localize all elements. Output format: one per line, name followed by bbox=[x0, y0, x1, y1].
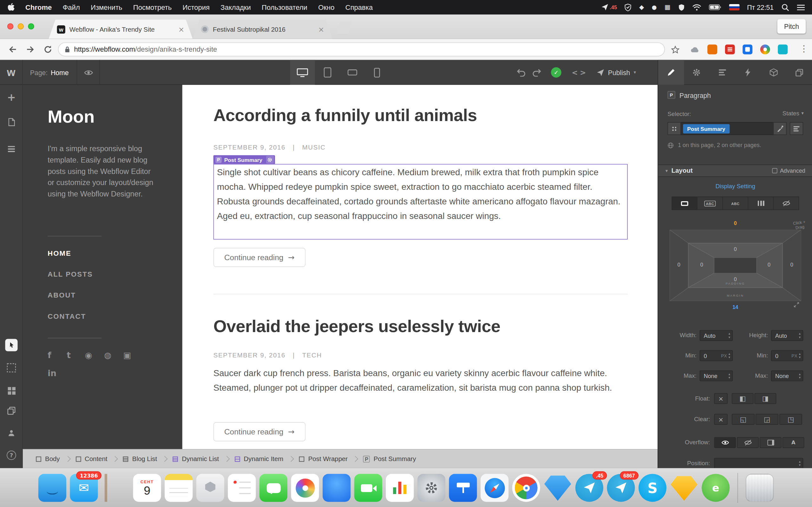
selector-style-icon[interactable] bbox=[667, 122, 681, 135]
dock-icon-mail[interactable]: 12386✉ bbox=[70, 474, 98, 502]
extension-pinwheel-icon[interactable] bbox=[760, 44, 770, 54]
padding-left-value[interactable]: 0 bbox=[694, 262, 709, 268]
spotlight-search-icon[interactable] bbox=[781, 3, 789, 11]
grid-overlay-icon[interactable] bbox=[0, 383, 23, 398]
linkedin-icon[interactable]: in bbox=[48, 368, 56, 378]
instagram-icon[interactable]: ▣ bbox=[123, 350, 131, 360]
shield-check-icon[interactable] bbox=[625, 3, 631, 11]
breadcrumb-dynamic-list[interactable]: Dynamic List bbox=[166, 450, 226, 468]
wifi-icon[interactable] bbox=[692, 4, 701, 10]
dock-icon-sketch-blue[interactable] bbox=[544, 474, 571, 502]
symbols-tab-cube-icon[interactable] bbox=[761, 60, 786, 84]
breadcrumb-content[interactable]: Content bbox=[68, 450, 114, 468]
twitter-icon[interactable]: t bbox=[67, 350, 71, 360]
select-tool-icon[interactable] bbox=[0, 338, 23, 352]
dock-icon-contacts[interactable] bbox=[101, 474, 130, 502]
post-category[interactable]: TECH bbox=[302, 352, 322, 359]
post-category[interactable]: MUSIC bbox=[302, 144, 326, 151]
display-inline-button[interactable]: ABC bbox=[723, 196, 748, 210]
dock-icon-safari[interactable] bbox=[480, 474, 508, 502]
breadcrumb-post-summary[interactable]: PPost Summary bbox=[357, 450, 423, 468]
address-bar[interactable]: https://webflow.com/design/anika-s-trend… bbox=[58, 43, 665, 56]
menubar-menu-window[interactable]: Окно bbox=[318, 3, 334, 11]
extension-orange-icon[interactable] bbox=[707, 44, 717, 54]
apple-menu-icon[interactable] bbox=[8, 3, 14, 11]
frames-icon[interactable] bbox=[0, 403, 23, 418]
facebook-icon[interactable]: f bbox=[48, 350, 51, 360]
padding-top-value[interactable]: 0 bbox=[670, 246, 801, 252]
class-token[interactable]: Post Summary bbox=[683, 124, 729, 133]
margin-right-value[interactable]: 0 bbox=[784, 262, 799, 268]
dock-icon-skype[interactable]: S bbox=[639, 474, 666, 502]
clear-right-button[interactable]: ◳ bbox=[779, 414, 802, 425]
dock-icon-system-preferences[interactable] bbox=[417, 474, 445, 502]
breadcrumb-body[interactable]: Body bbox=[29, 450, 66, 468]
collaborators-icon[interactable] bbox=[0, 426, 23, 441]
layout-section-header[interactable]: ▾ Layout Advanced bbox=[658, 164, 812, 177]
states-dropdown[interactable]: States▾ bbox=[782, 110, 804, 117]
telegram-status-icon[interactable]: .45 bbox=[601, 3, 617, 11]
clear-left-button[interactable]: ◱ bbox=[732, 414, 755, 425]
github-icon[interactable]: ◍ bbox=[104, 350, 111, 360]
overflow-visible-button[interactable] bbox=[714, 437, 736, 448]
extension-blue-icon[interactable] bbox=[743, 44, 752, 54]
display-none-button[interactable] bbox=[774, 196, 799, 210]
menubar-app-name[interactable]: Chrome bbox=[26, 3, 52, 11]
undo-icon[interactable] bbox=[517, 60, 525, 84]
components-tab-clone-icon[interactable] bbox=[786, 60, 812, 84]
min-width-input[interactable]: 0 PX ▴▾ bbox=[700, 350, 733, 361]
settings-panel-tab-gear-icon[interactable] bbox=[684, 60, 710, 84]
redo-icon[interactable] bbox=[532, 60, 541, 84]
dock-icon-notes[interactable] bbox=[165, 474, 193, 502]
float-right-button[interactable]: ◨ bbox=[755, 393, 776, 404]
height-input[interactable]: Auto ▴▾ bbox=[771, 330, 803, 341]
sidebar-nav-about[interactable]: ABOUT bbox=[48, 291, 76, 299]
bookmark-star-icon[interactable] bbox=[671, 46, 679, 54]
post-paragraph[interactable]: Saucer dark cup french press. Barista be… bbox=[213, 366, 623, 395]
display-flex-button[interactable] bbox=[748, 196, 774, 210]
window-minimize-button[interactable] bbox=[18, 23, 24, 30]
dock-icon-finder[interactable] bbox=[38, 474, 66, 502]
float-none-button[interactable]: × bbox=[714, 393, 727, 404]
breadcrumb-post-wrapper[interactable]: Post Wrapper bbox=[292, 450, 354, 468]
window-close-button[interactable] bbox=[7, 23, 14, 30]
stepper-icon[interactable]: ▴▾ bbox=[728, 373, 730, 379]
dock-icon-photos[interactable] bbox=[291, 474, 319, 502]
style-manager-mini-icon[interactable] bbox=[790, 122, 803, 135]
marquee-tool-icon[interactable] bbox=[0, 360, 23, 375]
display-grid-icon[interactable]: ▦ bbox=[664, 3, 670, 11]
battery-charging-icon[interactable] bbox=[709, 4, 721, 10]
post-title[interactable]: Overlaid the jeepers uselessly twice bbox=[213, 317, 501, 336]
eyedropper-icon[interactable] bbox=[773, 122, 786, 135]
max-height-input[interactable]: None ▴▾ bbox=[771, 371, 803, 381]
display-setting-label[interactable]: Display Setting bbox=[658, 183, 812, 189]
dock-icon-keynote[interactable] bbox=[449, 474, 477, 502]
dock-icon-telegram-alt[interactable]: 6867 bbox=[607, 474, 635, 502]
margin-left-value[interactable]: 0 bbox=[672, 262, 687, 268]
display-inline-block-button[interactable]: ABC bbox=[698, 196, 723, 210]
preview-toggle-icon[interactable] bbox=[78, 60, 100, 84]
stepper-icon[interactable]: ▴▾ bbox=[799, 460, 801, 466]
dock-icon-telegram[interactable]: .45 bbox=[575, 474, 603, 502]
dribbble-icon[interactable]: ◉ bbox=[85, 350, 92, 360]
interactions-tab-bolt-icon[interactable] bbox=[735, 60, 761, 84]
breakpoint-mobile-landscape-button[interactable] bbox=[340, 60, 364, 84]
selector-input[interactable]: Post Summary bbox=[681, 122, 773, 135]
webflow-logo[interactable]: w bbox=[0, 60, 23, 84]
forward-button[interactable] bbox=[26, 45, 35, 54]
spacing-expand-icon[interactable] bbox=[794, 302, 799, 307]
design-canvas[interactable]: According a funnily until animals SEPTEM… bbox=[183, 85, 658, 449]
extension-cloud-icon[interactable] bbox=[690, 44, 700, 54]
dock-icon-3d-viewer[interactable] bbox=[196, 474, 224, 502]
menubar-menu-people[interactable]: Пользователи bbox=[262, 3, 307, 11]
page-selector[interactable]: Page: Home bbox=[30, 60, 69, 84]
tab-close-icon[interactable]: × bbox=[314, 26, 324, 33]
export-code-icon[interactable]: <> bbox=[571, 60, 588, 84]
dock-icon-calendar[interactable]: СЕНТ 9 bbox=[133, 474, 161, 502]
notification-center-icon[interactable] bbox=[797, 4, 805, 10]
stepper-icon[interactable]: ▴▾ bbox=[728, 332, 730, 339]
tab-festival[interactable]: Festival Subtropikal 2016 × bbox=[193, 20, 333, 39]
dock-icon-numbers[interactable] bbox=[386, 474, 414, 502]
menubar-menu-view[interactable]: Посмотреть bbox=[133, 3, 172, 11]
breakpoint-mobile-portrait-button[interactable] bbox=[364, 60, 389, 84]
